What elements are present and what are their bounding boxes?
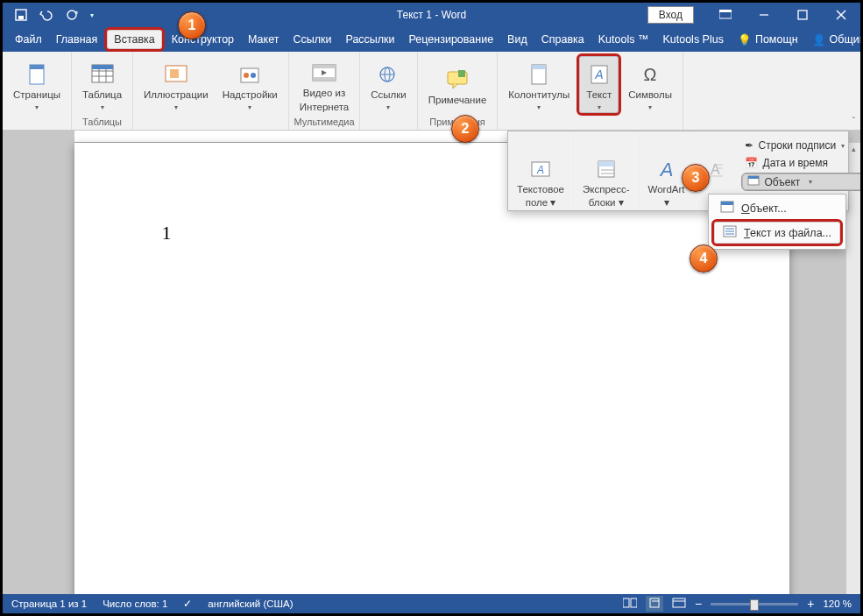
group-multimedia: Мультимедиа (294, 116, 354, 129)
tab-kutools-plus[interactable]: Kutools Plus (655, 27, 730, 52)
svg-text:A: A (536, 164, 544, 176)
zoom-slider[interactable] (711, 603, 798, 605)
svg-text:A: A (658, 159, 673, 180)
workspace: 1 A Текстовоеполе ▾ Экспресс-блоки ▾ A W… (3, 131, 860, 594)
readmode-icon[interactable] (623, 598, 637, 610)
minimize-icon[interactable] (745, 3, 783, 27)
svg-rect-59 (673, 598, 685, 607)
title-bar: ▾ Текст 1 - Word Вход (3, 3, 860, 27)
svg-rect-32 (532, 65, 546, 69)
text-icon: A (590, 61, 609, 88)
tab-help[interactable]: Справка (534, 27, 591, 52)
tell-me[interactable]: 💡Помощн (731, 27, 805, 52)
printlayout-icon[interactable] (646, 596, 663, 612)
text-from-file-icon (723, 225, 737, 240)
proofing-icon[interactable]: ✓ (183, 598, 192, 610)
svg-rect-57 (650, 598, 659, 607)
links-icon (377, 61, 400, 88)
tab-mailings[interactable]: Рассылки (338, 27, 401, 52)
text-button[interactable]: A Текст▾ (577, 53, 621, 116)
svg-rect-6 (798, 11, 807, 19)
headerfooter-button[interactable]: Колонтитулы▾ (501, 53, 577, 116)
app-window: ▾ Текст 1 - Word Вход Файл Главная Встав… (3, 3, 860, 613)
svg-rect-39 (598, 161, 614, 166)
svg-rect-23 (313, 65, 336, 68)
signin-button[interactable]: Вход (647, 6, 694, 24)
svg-rect-10 (30, 65, 44, 69)
pages-icon (27, 61, 46, 88)
object-icon (747, 175, 760, 188)
illustrations-icon (165, 61, 187, 88)
zoom-level[interactable]: 120 % (823, 598, 852, 609)
svg-rect-16 (92, 65, 113, 69)
quickparts-button[interactable]: Экспресс-блоки ▾ (574, 131, 640, 210)
svg-rect-24 (313, 77, 336, 81)
document-text[interactable]: 1 (162, 222, 172, 244)
ribbon-tabs: Файл Главная Вставка Конструктор Макет С… (3, 27, 860, 52)
save-icon[interactable] (15, 9, 27, 21)
online-video-button[interactable]: Видео изИнтернета (293, 53, 356, 116)
tab-home[interactable]: Главная (49, 27, 105, 52)
textbox-icon: A (530, 156, 551, 182)
svg-point-2 (67, 11, 76, 19)
quickparts-icon (596, 156, 617, 182)
undo-icon[interactable] (39, 9, 53, 21)
weblayout-icon[interactable] (672, 598, 686, 610)
table-button[interactable]: Таблица▾ (75, 53, 129, 116)
page-indicator[interactable]: Страница 1 из 1 (11, 598, 87, 609)
tab-insert[interactable]: Вставка (104, 27, 164, 52)
object-item-text: бъект... (750, 202, 787, 215)
table-icon (91, 61, 114, 88)
textbox-button[interactable]: A Текстовоеполе ▾ (508, 131, 574, 210)
callout-3: 3 (682, 164, 710, 192)
svg-rect-50 (721, 202, 733, 205)
object-submenu: Объект... Текст из файла... (708, 194, 846, 250)
object-item-icon (720, 201, 734, 216)
svg-rect-4 (719, 10, 732, 12)
redo-icon[interactable] (66, 9, 78, 21)
tab-review[interactable]: Рецензирование (402, 27, 501, 52)
close-icon[interactable] (822, 3, 860, 27)
group-tables: Таблицы (82, 116, 122, 129)
text-from-file-item[interactable]: Текст из файла... (711, 219, 843, 246)
svg-rect-56 (631, 598, 637, 607)
qat-more-icon[interactable]: ▾ (90, 11, 94, 19)
share-button[interactable]: 👤Общий доступ (805, 27, 863, 52)
callout-2: 2 (451, 115, 479, 143)
headerfooter-icon (530, 61, 548, 88)
svg-point-21 (251, 73, 256, 78)
language-indicator[interactable]: английский (США) (208, 598, 293, 609)
svg-rect-30 (458, 70, 465, 77)
tab-view[interactable]: Вид (500, 27, 534, 52)
calendar-icon: 📅 (745, 157, 758, 169)
zoom-in-icon[interactable]: + (807, 597, 814, 611)
window-title: Текст 1 - Word (397, 9, 466, 21)
ribbon-body: Страницы▾ Таблица▾ Таблицы Иллюстрации▾ (3, 52, 860, 131)
status-bar: Страница 1 из 1 Число слов: 1 ✓ английск… (3, 594, 860, 613)
signature-line-button[interactable]: ✒Строки подписи▾ (741, 137, 861, 154)
tab-layout[interactable]: Макет (241, 27, 286, 52)
ribbon-display-icon[interactable] (706, 3, 745, 27)
tab-references[interactable]: Ссылки (286, 27, 338, 52)
tab-kutools[interactable]: Kutools ™ (591, 27, 656, 52)
lightbulb-icon: 💡 (738, 33, 752, 46)
addins-button[interactable]: Надстройки▾ (216, 53, 285, 116)
comment-button[interactable]: Примечание (421, 53, 494, 116)
datetime-button[interactable]: 📅Дата и время (741, 154, 861, 172)
collapse-ribbon-icon[interactable]: ˆ (852, 117, 855, 126)
object-button[interactable]: Объект▾ (741, 173, 861, 191)
object-item[interactable]: Объект... (711, 197, 843, 219)
callout-4: 4 (690, 244, 718, 273)
tab-file[interactable]: Файл (8, 27, 49, 52)
quick-access-toolbar: ▾ (3, 9, 106, 21)
symbols-button[interactable]: Ω Символы▾ (621, 53, 679, 116)
word-count[interactable]: Число слов: 1 (103, 598, 167, 609)
svg-text:A: A (594, 67, 603, 81)
links-button[interactable]: Ссылки▾ (364, 53, 414, 116)
pages-button[interactable]: Страницы▾ (6, 53, 67, 116)
zoom-out-icon[interactable]: − (695, 597, 702, 611)
maximize-icon[interactable] (783, 3, 822, 27)
svg-text:Ω: Ω (644, 65, 657, 84)
share-icon: 👤 (812, 33, 826, 46)
illustrations-button[interactable]: Иллюстрации▾ (137, 53, 216, 116)
